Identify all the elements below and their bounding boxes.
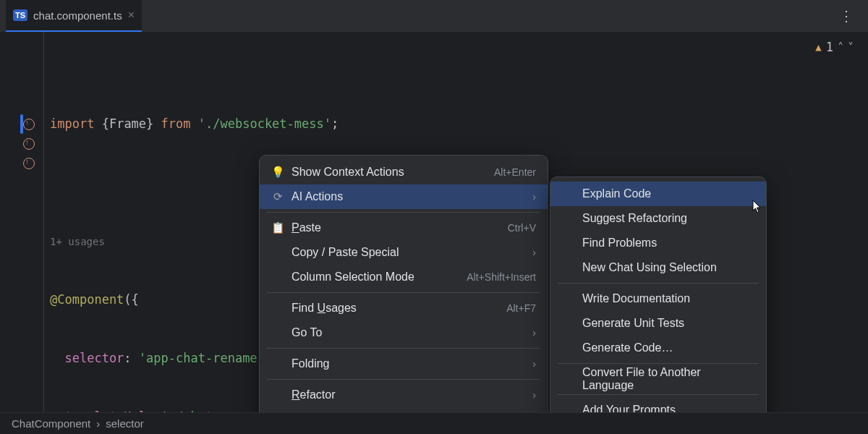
menu-shortcut: Alt+Enter	[494, 166, 536, 178]
breadcrumb[interactable]: ChatComponent › selector	[0, 412, 868, 434]
menu-separator	[558, 394, 759, 395]
editor-area: ▲ 1 ˄ ˅ import {Frame} from './websocket…	[0, 32, 868, 412]
ai-item-new-chat-using-selection[interactable]: New Chat Using Selection	[550, 255, 766, 280]
chevron-right-icon: ›	[532, 389, 536, 401]
menu-item-label: Find Usages	[292, 302, 499, 315]
ctx-item-ai-actions[interactable]: ⟳AI Actions›	[260, 184, 548, 209]
more-icon[interactable]: ⋮	[832, 7, 862, 25]
menu-shortcut: Ctrl+V	[508, 222, 536, 234]
ctx-item-column-selection-mode[interactable]: Column Selection ModeAlt+Shift+Insert	[260, 265, 548, 289]
chevron-up-icon[interactable]: ˄	[838, 38, 843, 57]
ai-item-convert-file-to-another-language[interactable]: Convert File to Another Language	[550, 367, 766, 391]
menu-shortcut: Alt+Shift+Insert	[467, 271, 536, 283]
menu-item-label: Go To	[292, 326, 525, 339]
menu-separator	[558, 363, 759, 364]
menu-item-label: Explain Code	[582, 187, 754, 200]
ai-item-generate-unit-tests[interactable]: Generate Unit Tests	[550, 311, 766, 336]
menu-item-label: New Chat Using Selection	[582, 261, 754, 274]
chevron-right-icon: ›	[532, 327, 536, 339]
menu-item-label: Refactor	[292, 388, 525, 401]
menu-item-label: Write Documentation	[582, 292, 754, 305]
menu-separator	[267, 212, 540, 213]
ctx-item-folding[interactable]: Folding›	[260, 352, 548, 376]
menu-shortcut: Alt+F7	[506, 302, 536, 314]
ai-item-explain-code[interactable]: Explain Code	[550, 182, 766, 206]
menu-item-label: Show Context Actions	[292, 166, 487, 179]
ctx-item-refactor[interactable]: Refactor›	[260, 383, 548, 407]
menu-separator	[558, 283, 759, 284]
chevron-down-icon[interactable]: ˅	[848, 38, 854, 57]
file-type-badge: TS	[13, 9, 27, 21]
chevron-right-icon: ›	[532, 358, 536, 370]
gutter	[0, 32, 43, 412]
menu-separator	[267, 379, 540, 380]
ai-icon: ⟳	[271, 190, 284, 203]
menu-item-label: AI Actions	[292, 190, 525, 203]
ctx-item-find-usages[interactable]: Find UsagesAlt+F7	[260, 296, 548, 320]
ctx-item-paste[interactable]: 📋PasteCtrl+V	[260, 216, 548, 240]
override-icon[interactable]	[23, 158, 35, 169]
ai-item-suggest-refactoring[interactable]: Suggest Refactoring	[550, 206, 766, 231]
menu-item-label: Generate Code…	[582, 341, 754, 354]
menu-item-label: Convert File to Another Language	[582, 366, 754, 392]
breadcrumb-separator: ›	[96, 417, 100, 430]
chevron-right-icon: ›	[532, 247, 536, 258]
warning-count: 1	[826, 38, 833, 57]
tab-file[interactable]: TS chat.component.ts ×	[6, 0, 142, 32]
ctx-item-go-to[interactable]: Go To›	[260, 320, 548, 345]
warning-icon: ▲	[815, 38, 821, 57]
ai-item-generate-code[interactable]: Generate Code…	[550, 336, 766, 360]
menu-item-label: Column Selection Mode	[292, 271, 459, 284]
override-icon[interactable]	[23, 119, 35, 130]
menu-item-label: Suggest Refactoring	[582, 212, 754, 225]
menu-separator	[267, 292, 540, 293]
ai-item-write-documentation[interactable]: Write Documentation	[550, 286, 766, 311]
paste-icon: 📋	[271, 221, 284, 234]
lightbulb-icon: 💡	[271, 166, 284, 179]
menu-item-label: Paste	[292, 221, 501, 234]
inspection-widget[interactable]: ▲ 1 ˄ ˅	[815, 38, 854, 57]
tab-bar: TS chat.component.ts × ⋮	[0, 0, 868, 32]
menu-separator	[267, 348, 540, 349]
ai-actions-submenu: Explain CodeSuggest RefactoringFind Prob…	[550, 176, 767, 427]
close-icon[interactable]: ×	[128, 9, 135, 22]
ctx-item-copy-paste-special[interactable]: Copy / Paste Special›	[260, 240, 548, 265]
breadcrumb-segment[interactable]: selector	[106, 417, 144, 430]
breadcrumb-segment[interactable]: ChatComponent	[12, 417, 90, 430]
tab-filename: chat.component.ts	[33, 9, 122, 22]
menu-item-label: Folding	[292, 357, 525, 370]
override-icon[interactable]	[23, 138, 35, 150]
ai-item-find-problems[interactable]: Find Problems	[550, 231, 766, 255]
menu-item-label: Generate Unit Tests	[582, 317, 754, 330]
context-menu: 💡Show Context ActionsAlt+Enter⟳AI Action…	[259, 155, 548, 434]
menu-item-label: Copy / Paste Special	[292, 246, 525, 259]
ctx-item-show-context-actions[interactable]: 💡Show Context ActionsAlt+Enter	[260, 160, 548, 184]
chevron-right-icon: ›	[532, 191, 536, 203]
usages-inlay[interactable]: 1+ usages	[50, 236, 105, 247]
menu-item-label: Find Problems	[582, 237, 754, 250]
